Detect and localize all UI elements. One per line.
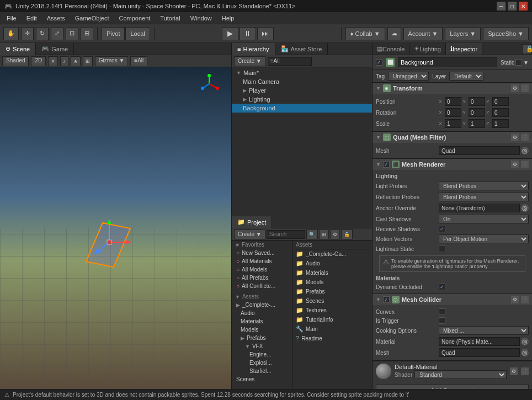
move-tool-button[interactable]: ✛ [21, 27, 34, 40]
cast-shadows-dropdown[interactable]: On [439, 215, 529, 223]
asset-readme[interactable]: ? Readme [292, 334, 372, 343]
material-select-btn[interactable]: ◎ [521, 338, 529, 345]
folder-vfx[interactable]: ▼ VFX [232, 342, 292, 350]
play-button[interactable]: ▶ [222, 27, 238, 40]
minimize-button[interactable]: ─ [497, 2, 506, 10]
menu-component[interactable]: Component [114, 14, 155, 23]
static-dropdown-btn[interactable]: ▼ [523, 60, 529, 66]
hier-item-lighting[interactable]: ▶ Lighting [232, 95, 372, 104]
asset-textures[interactable]: 📁 Textures [292, 306, 372, 315]
scene-viewport[interactable] [0, 67, 231, 389]
object-name-input[interactable]: Background [398, 57, 497, 67]
asset-scenes[interactable]: 📁 Scenes [292, 296, 372, 306]
menu-edit[interactable]: Edit [22, 14, 41, 23]
rot-y-field[interactable] [469, 108, 485, 117]
pos-x-field[interactable] [445, 97, 461, 106]
rect-tool-button[interactable]: ⊡ [66, 27, 78, 40]
fav-all-models[interactable]: ○ All Models [232, 265, 292, 274]
add-component-button[interactable]: Add Component [376, 385, 529, 389]
transform-header[interactable]: ▼ ⊕ Transform ⚙ ⋮ [373, 83, 532, 94]
hier-item-player[interactable]: ▶ Player [232, 86, 372, 95]
hier-item-main-camera[interactable]: Main Camera [232, 77, 372, 86]
rotate-tool-button[interactable]: ↻ [36, 27, 49, 40]
mesh-collider-more-btn[interactable]: ⋮ [521, 296, 529, 303]
local-button[interactable]: Local [125, 27, 150, 40]
pivot-button[interactable]: Pivot [102, 27, 125, 40]
cloud-button[interactable]: ☁ [387, 27, 401, 40]
asset-prefabs[interactable]: 📁 Prefabs [292, 287, 372, 296]
lightmap-static-checkbox[interactable] [439, 246, 445, 252]
hierarchy-create-btn[interactable]: Create ▼ [234, 56, 265, 66]
folder-materials-left[interactable]: Materials [232, 317, 292, 326]
project-search-btn[interactable]: 🔍 [306, 230, 318, 239]
menu-window[interactable]: Window [186, 14, 216, 23]
is-trigger-checkbox[interactable] [439, 317, 445, 324]
asset-models[interactable]: 📁 Models [292, 278, 372, 287]
pos-z-field[interactable] [492, 97, 509, 106]
tag-dropdown[interactable]: Untagged [388, 72, 429, 81]
folder-explosions[interactable]: Explosi... [232, 359, 292, 367]
mesh-filter-settings-btn[interactable]: ⚙ [511, 134, 519, 141]
project-search[interactable] [267, 230, 305, 239]
asset-tutorial-info[interactable]: 📁 TutorialInfo [292, 315, 372, 324]
hierarchy-search[interactable] [268, 57, 312, 66]
mesh-collider-enabled[interactable] [383, 296, 390, 303]
transform-settings-btn[interactable]: ⚙ [511, 84, 519, 92]
folder-starfield[interactable]: Starfiel... [232, 367, 292, 375]
material-more-btn[interactable]: ⋮ [521, 367, 529, 375]
mesh-filter-more-btn[interactable]: ⋮ [521, 134, 529, 141]
inspector-lock-btn[interactable]: 🔒 [522, 44, 532, 54]
mesh-renderer-more-btn[interactable]: ⋮ [521, 161, 529, 168]
project-lock-btn[interactable]: 🔒 [341, 230, 353, 239]
dynamic-occluded-checkbox[interactable] [439, 284, 445, 290]
layout-button[interactable]: SpaceSho ▼ [483, 27, 529, 40]
hand-tool-button[interactable]: ✋ [3, 27, 19, 40]
mesh-collider-settings-btn[interactable]: ⚙ [511, 296, 519, 303]
menu-assets[interactable]: Assets [42, 14, 70, 23]
motion-vectors-dropdown[interactable]: Per Object Motion [439, 234, 529, 243]
game-tab[interactable]: 🎮 Game [36, 43, 74, 55]
folder-scenes[interactable]: Scenes [232, 375, 292, 383]
console-tab[interactable]: ▤ Console [373, 43, 409, 55]
effects-button[interactable]: ★ [71, 56, 81, 66]
asset-complete-game[interactable]: 📁 _Complete-Ga... [292, 249, 372, 259]
object-enabled-checkbox[interactable] [376, 59, 382, 66]
fav-all-conflicte[interactable]: ○ All Conflicte... [232, 282, 292, 290]
hier-item-background[interactable]: Background [232, 104, 372, 113]
scale-y-field[interactable] [469, 119, 485, 128]
hier-item-main[interactable]: ▼ Main* [232, 68, 372, 77]
asset-main[interactable]: 🔧 Main [292, 324, 372, 334]
menu-tutorial[interactable]: Tutorial [156, 14, 184, 23]
close-button[interactable]: ✕ [519, 2, 528, 10]
shader-dropdown[interactable]: Standard [414, 370, 507, 379]
step-button[interactable]: ⏭ [257, 27, 274, 40]
static-checkbox[interactable] [515, 59, 522, 66]
rot-z-field[interactable] [492, 108, 509, 117]
folder-prefabs-left[interactable]: ▶ Prefabs [232, 334, 292, 342]
account-button[interactable]: Account ▼ [403, 27, 443, 40]
fav-new-saved[interactable]: ○ New Saved... [232, 249, 292, 257]
maximize-button[interactable]: □ [508, 2, 517, 10]
mesh-select-btn[interactable]: ◎ [521, 147, 529, 154]
fav-all-materials[interactable]: ○ All Materials [232, 257, 292, 265]
reflection-probes-dropdown[interactable]: Blend Probes [439, 193, 529, 201]
hierarchy-tab[interactable]: ≡ Hierarchy [232, 43, 275, 55]
pos-y-field[interactable] [469, 97, 485, 106]
fav-all-prefabs[interactable]: ○ All Prefabs [232, 274, 292, 282]
audio-button[interactable]: ♪ [60, 56, 68, 66]
mesh-renderer-settings-btn[interactable]: ⚙ [511, 161, 519, 168]
layers-button[interactable]: Layers ▼ [445, 27, 481, 40]
mesh-collider-header[interactable]: ▼ ⬡ Mesh Collider ⚙ ⋮ [373, 294, 532, 305]
receive-shadows-checkbox[interactable] [439, 226, 445, 232]
menu-help[interactable]: Help [217, 14, 239, 23]
anchor-select-btn[interactable]: ◎ [521, 204, 529, 212]
mesh-renderer-enabled[interactable] [383, 161, 390, 168]
menu-file[interactable]: File [2, 14, 21, 23]
folder-models-left[interactable]: Models [232, 326, 292, 334]
project-create-btn[interactable]: Create ▼ [234, 230, 265, 239]
material-settings-btn[interactable]: ⚙ [510, 367, 518, 375]
multi-tool-button[interactable]: ⊞ [81, 27, 93, 40]
all-dropdown[interactable]: ≡All [130, 56, 147, 66]
layer-dropdown[interactable]: Default [449, 72, 483, 81]
scene-view-mode[interactable]: ⊞ [83, 56, 93, 66]
